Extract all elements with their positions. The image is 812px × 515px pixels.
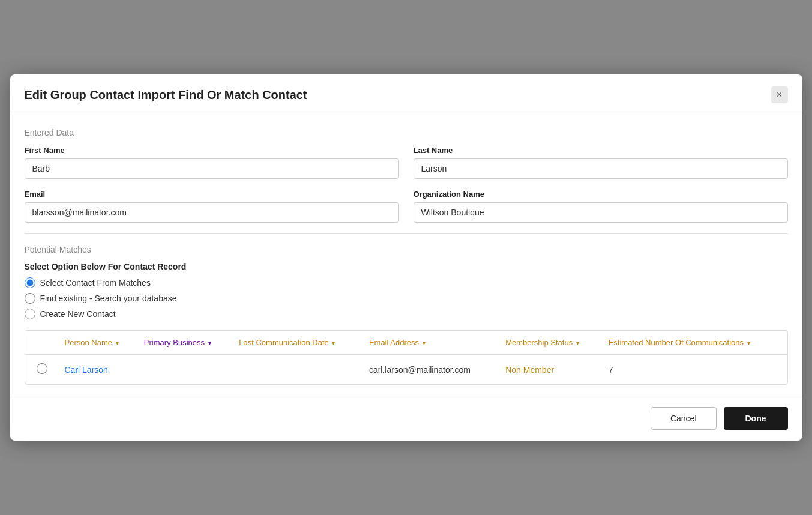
row-radio-cell[interactable] [25,355,59,385]
email-org-row: Email Organization Name [25,190,788,223]
potential-matches-label: Potential Matches [25,245,788,254]
last-comm-sort-icon[interactable]: ▾ [332,340,335,346]
close-button[interactable]: × [771,86,788,103]
matches-table: Person Name ▾ Primary Business ▾ Last Co… [25,331,787,384]
table-header-row: Person Name ▾ Primary Business ▾ Last Co… [25,331,787,355]
matches-table-wrapper: Person Name ▾ Primary Business ▾ Last Co… [25,330,788,385]
org-name-label: Organization Name [414,190,788,199]
modal-dialog: Edit Group Contact Import Find Or Match … [10,74,802,441]
org-name-input[interactable] [414,202,788,223]
section-divider [25,233,788,234]
row-membership-status: Non Member [499,355,602,385]
org-name-group: Organization Name [414,190,788,223]
modal-header: Edit Group Contact Import Find Or Match … [10,74,802,113]
radio-option-find-existing[interactable]: Find existing - Search your database [25,293,788,304]
primary-business-sort-icon[interactable]: ▾ [208,340,211,346]
membership-sort-icon[interactable]: ▾ [576,340,579,346]
radio-option-select-from-matches[interactable]: Select Contact From Matches [25,277,788,288]
row-person-name: Carl Larson [59,355,138,385]
select-option-heading: Select Option Below For Contact Record [25,262,788,271]
entered-data-label: Entered Data [25,128,788,137]
radio-group: Select Contact From Matches Find existin… [25,277,788,319]
row-email-address: carl.larson@mailinator.com [363,355,499,385]
col-person-name[interactable]: Person Name ▾ [59,331,138,355]
row-primary-business [138,355,233,385]
modal-body: Entered Data First Name Last Name Email … [10,113,802,385]
first-name-group: First Name [25,146,399,179]
col-email-address[interactable]: Email Address ▾ [363,331,499,355]
radio-create-new[interactable] [25,309,35,319]
row-last-communication-date [233,355,363,385]
radio-find-existing-label: Find existing - Search your database [40,294,177,303]
email-input[interactable] [25,202,399,223]
radio-select-from-matches[interactable] [25,277,35,288]
estimated-sort-icon[interactable]: ▾ [747,340,750,346]
row-estimated-communications: 7 [603,355,787,385]
cancel-button[interactable]: Cancel [651,407,717,430]
last-name-input[interactable] [414,158,788,179]
email-label: Email [25,190,399,199]
person-name-link[interactable]: Carl Larson [65,365,108,375]
name-row: First Name Last Name [25,146,788,179]
col-last-communication-date[interactable]: Last Communication Date ▾ [233,331,363,355]
modal-title: Edit Group Contact Import Find Or Match … [25,88,307,102]
first-name-label: First Name [25,146,399,155]
last-name-label: Last Name [414,146,788,155]
col-estimated-communications[interactable]: Estimated Number Of Communications ▾ [603,331,787,355]
col-radio [25,331,59,355]
done-button[interactable]: Done [724,407,788,430]
radio-find-existing[interactable] [25,293,35,304]
radio-select-from-matches-label: Select Contact From Matches [40,278,151,288]
email-group: Email [25,190,399,223]
radio-create-new-label: Create New Contact [40,309,116,319]
table-row: Carl Larson carl.larson@mailinator.com N… [25,355,787,385]
col-membership-status[interactable]: Membership Status ▾ [499,331,602,355]
modal-footer: Cancel Done [10,396,802,441]
email-sort-icon[interactable]: ▾ [423,340,426,346]
first-name-input[interactable] [25,158,399,179]
person-name-sort-icon[interactable]: ▾ [116,340,119,346]
row-radio-0[interactable] [37,363,47,374]
last-name-group: Last Name [414,146,788,179]
col-primary-business[interactable]: Primary Business ▾ [138,331,233,355]
radio-option-create-new[interactable]: Create New Contact [25,309,788,319]
